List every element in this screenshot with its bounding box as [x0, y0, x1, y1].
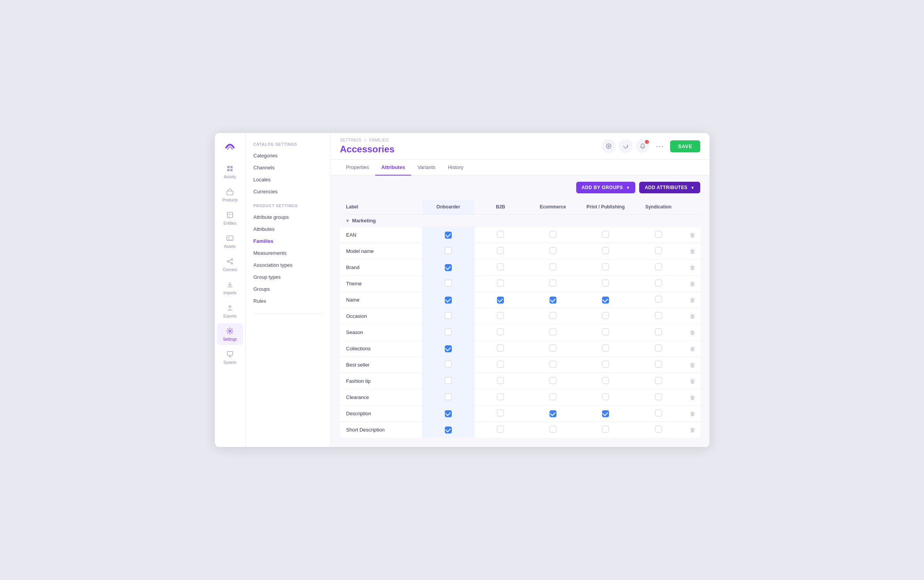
tab-properties[interactable]: Properties	[340, 160, 375, 176]
checkbox-ecommerce-6[interactable]	[550, 328, 556, 335]
checkbox-b2b-6[interactable]	[497, 328, 504, 335]
checkbox-ecommerce-9[interactable]	[550, 377, 556, 384]
nav-locales[interactable]: Locales	[246, 174, 330, 186]
nav-association-types[interactable]: Association types	[246, 259, 330, 271]
checkbox-print-1[interactable]	[602, 247, 609, 254]
checkbox-syndication-6[interactable]	[655, 328, 662, 335]
checkbox-b2b-3[interactable]	[497, 280, 504, 287]
sidebar-item-connect[interactable]: Connect	[217, 254, 243, 275]
sidebar-item-assets[interactable]: Assets	[217, 230, 243, 252]
checkbox-syndication-0[interactable]	[655, 231, 662, 238]
checkbox-syndication-2[interactable]	[655, 263, 662, 270]
sidebar-item-products[interactable]: Products	[217, 184, 243, 206]
checkbox-print-2[interactable]	[602, 263, 609, 270]
checkbox-onboarder-12[interactable]	[445, 426, 452, 433]
sidebar-item-settings[interactable]: Settings	[217, 323, 243, 345]
refresh-button[interactable]	[619, 139, 633, 153]
checkbox-b2b-8[interactable]	[497, 361, 504, 368]
sidebar-item-imports[interactable]: Imports	[217, 277, 243, 299]
checkbox-syndication-8[interactable]	[655, 361, 662, 368]
save-button[interactable]: SAVE	[670, 140, 700, 152]
checkbox-ecommerce-0[interactable]	[550, 231, 556, 238]
checkbox-onboarder-3[interactable]	[445, 280, 452, 287]
tab-attributes[interactable]: Attributes	[375, 160, 411, 176]
checkbox-b2b-2[interactable]	[497, 263, 504, 270]
checkbox-onboarder-7[interactable]	[445, 345, 452, 352]
checkbox-onboarder-8[interactable]	[445, 361, 452, 368]
delete-icon-7[interactable]: 🗑	[690, 346, 695, 352]
checkbox-b2b-7[interactable]	[497, 345, 504, 351]
nav-channels[interactable]: Channels	[246, 162, 330, 174]
delete-icon-6[interactable]: 🗑	[690, 329, 695, 336]
checkbox-onboarder-6[interactable]	[445, 328, 452, 335]
compare-button[interactable]	[602, 139, 616, 153]
nav-currencies[interactable]: Currencies	[246, 186, 330, 198]
checkbox-syndication-12[interactable]	[655, 426, 662, 433]
checkbox-print-6[interactable]	[602, 328, 609, 335]
checkbox-onboarder-5[interactable]	[445, 312, 452, 319]
collapse-icon[interactable]: ▾	[346, 218, 349, 223]
checkbox-b2b-12[interactable]	[497, 426, 504, 433]
checkbox-onboarder-1[interactable]	[445, 247, 452, 254]
delete-icon-10[interactable]: 🗑	[690, 394, 695, 401]
checkbox-ecommerce-11[interactable]	[550, 410, 556, 417]
checkbox-print-8[interactable]	[602, 361, 609, 368]
checkbox-syndication-7[interactable]	[655, 345, 662, 351]
delete-icon-12[interactable]: 🗑	[690, 427, 695, 433]
checkbox-ecommerce-7[interactable]	[550, 345, 556, 351]
checkbox-onboarder-0[interactable]	[445, 232, 452, 239]
checkbox-print-12[interactable]	[602, 426, 609, 433]
tab-variants[interactable]: Variants	[411, 160, 442, 176]
checkbox-ecommerce-8[interactable]	[550, 361, 556, 368]
delete-icon-4[interactable]: 🗑	[690, 297, 695, 303]
checkbox-onboarder-9[interactable]	[445, 377, 452, 384]
checkbox-b2b-0[interactable]	[497, 231, 504, 238]
checkbox-onboarder-2[interactable]	[445, 264, 452, 271]
checkbox-syndication-1[interactable]	[655, 247, 662, 254]
add-by-groups-button[interactable]: ADD BY GROUPS ▼	[576, 182, 636, 193]
tab-history[interactable]: History	[442, 160, 470, 176]
delete-icon-3[interactable]: 🗑	[690, 281, 695, 287]
checkbox-ecommerce-3[interactable]	[550, 280, 556, 287]
nav-categories[interactable]: Categories	[246, 150, 330, 162]
sidebar-item-entities[interactable]: Entities	[217, 207, 243, 229]
checkbox-onboarder-11[interactable]	[445, 410, 452, 417]
checkbox-ecommerce-1[interactable]	[550, 247, 556, 254]
nav-families[interactable]: Families	[246, 235, 330, 247]
checkbox-b2b-1[interactable]	[497, 247, 504, 254]
checkbox-onboarder-4[interactable]	[445, 297, 452, 304]
checkbox-ecommerce-12[interactable]	[550, 426, 556, 433]
checkbox-print-7[interactable]	[602, 345, 609, 351]
checkbox-ecommerce-2[interactable]	[550, 263, 556, 270]
checkbox-syndication-3[interactable]	[655, 280, 662, 287]
nav-groups[interactable]: Groups	[246, 283, 330, 295]
nav-rules[interactable]: Rules	[246, 295, 330, 307]
more-options-button[interactable]: ···	[653, 142, 667, 150]
sidebar-item-system[interactable]: System	[217, 346, 243, 368]
checkbox-syndication-11[interactable]	[655, 409, 662, 416]
delete-icon-2[interactable]: 🗑	[690, 264, 695, 271]
checkbox-syndication-9[interactable]	[655, 377, 662, 384]
nav-attribute-groups[interactable]: Attribute groups	[246, 211, 330, 223]
checkbox-onboarder-10[interactable]	[445, 393, 452, 400]
checkbox-syndication-10[interactable]	[655, 393, 662, 400]
checkbox-print-10[interactable]	[602, 393, 609, 400]
checkbox-b2b-11[interactable]	[497, 409, 504, 416]
checkbox-b2b-9[interactable]	[497, 377, 504, 384]
checkbox-b2b-4[interactable]	[497, 297, 504, 304]
delete-icon-9[interactable]: 🗑	[690, 378, 695, 384]
sidebar-item-activity[interactable]: Activity	[217, 161, 243, 183]
delete-icon-0[interactable]: 🗑	[690, 232, 695, 238]
add-attributes-button[interactable]: ADD ATTRIBUTES ▼	[639, 182, 700, 193]
checkbox-print-3[interactable]	[602, 280, 609, 287]
checkbox-print-11[interactable]	[602, 410, 609, 417]
delete-icon-5[interactable]: 🗑	[690, 313, 695, 319]
checkbox-print-4[interactable]	[602, 297, 609, 304]
delete-icon-11[interactable]: 🗑	[690, 411, 695, 417]
checkbox-print-0[interactable]	[602, 231, 609, 238]
breadcrumb-settings[interactable]: SETTINGS	[340, 138, 361, 142]
checkbox-ecommerce-4[interactable]	[550, 297, 556, 304]
nav-attributes[interactable]: Attributes	[246, 223, 330, 235]
delete-icon-8[interactable]: 🗑	[690, 362, 695, 368]
checkbox-b2b-5[interactable]	[497, 312, 504, 319]
